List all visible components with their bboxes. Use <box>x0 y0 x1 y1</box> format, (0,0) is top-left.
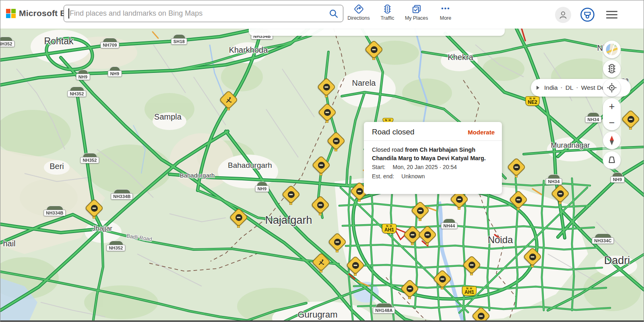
birds-eye-button[interactable] <box>603 151 621 169</box>
nav-label: My Places <box>405 15 428 21</box>
map-label-beri: Beri <box>50 162 64 171</box>
compass-button[interactable] <box>603 132 621 149</box>
road-shield-sh18: SH18 <box>171 34 187 45</box>
road-shield-nh352: NH352 <box>67 87 86 97</box>
map-label-noida: Noida <box>488 234 513 246</box>
end-label: Est. end: <box>372 173 394 180</box>
shield-arch <box>594 233 611 237</box>
search-icon <box>328 8 339 19</box>
top-navigation: Directions Traffic My Places <box>347 4 457 21</box>
road-shield-nh34: NH34 <box>546 174 562 185</box>
map-label-narela: Narela <box>352 78 376 88</box>
zoom-control: + − <box>603 98 621 130</box>
breadcrumb-separator: · <box>576 84 578 91</box>
start-label: Start: <box>372 164 385 170</box>
road-shield-nh9: NH9 <box>611 172 625 183</box>
shield-arch <box>103 38 117 42</box>
shield-arch <box>70 87 84 91</box>
microsoft-logo-icon <box>6 9 15 18</box>
nav-traffic[interactable]: Traffic <box>376 4 398 21</box>
top-header: Microsoft Bing Directions <box>0 0 644 29</box>
my-places-icon <box>411 4 422 14</box>
shield-arch <box>547 174 560 178</box>
road-shield-nh352: NH352 <box>80 153 99 163</box>
breadcrumb-separator: · <box>561 84 563 91</box>
map-label-muradnagar: Muradnagar <box>551 141 590 150</box>
popup-start-row: Start:Mon, 20 Jan 2025 · 20:54 <box>364 163 502 172</box>
map-label-khekra: Khekra <box>448 53 473 62</box>
person-icon <box>558 10 568 20</box>
road-shield-nh9: NH9 <box>255 182 269 192</box>
shield-arch <box>46 206 63 210</box>
road-shield-nh9: NH9 <box>108 66 122 77</box>
header-shadow-band <box>249 29 505 36</box>
road-shield-nh34: NH34 <box>585 112 602 123</box>
road-shield-nh352: NH352 <box>0 37 15 47</box>
breadcrumb-items: India·DL·West Delhi <box>544 84 611 91</box>
shield-arch <box>78 70 89 74</box>
popup-description: Closed road from Ch Harbhajan Singh Chan… <box>364 141 502 163</box>
description-prefix: Closed road <box>372 147 405 153</box>
nav-label: More <box>440 15 451 21</box>
search-input[interactable] <box>64 9 324 18</box>
severity-badge: Moderate <box>468 129 495 136</box>
shield-arch <box>114 189 130 193</box>
nav-label: Traffic <box>380 15 394 21</box>
road-shield-ne2: N HNE2 <box>525 96 539 106</box>
sign-in-avatar[interactable] <box>555 7 571 23</box>
incident-popup: Road closed Moderate Closed road from Ch… <box>364 122 502 194</box>
map-label-gurugram: Gurugram <box>297 310 337 320</box>
traffic-layer-button[interactable] <box>603 60 621 78</box>
road-shield-nh334c: NH334C <box>592 233 614 244</box>
shield-arch <box>587 112 599 116</box>
map-style-icon <box>605 42 619 57</box>
road-shield-nh334b: NH334B <box>111 189 133 200</box>
popup-title: Road closed <box>372 128 415 136</box>
rewards-button[interactable] <box>580 7 595 22</box>
zoom-out-button[interactable]: − <box>603 114 621 130</box>
map-label-rohtak: Rohtak <box>44 36 74 47</box>
map-style-button[interactable] <box>603 41 621 58</box>
map-label-sampla: Sampla <box>154 112 182 122</box>
road-shield-ah1: N HAH1 <box>382 224 396 233</box>
breadcrumb-item[interactable]: DL <box>566 84 574 91</box>
map-canvas[interactable]: RohtakKharkhodaKhekraNarelaSamplaBahadur… <box>0 29 644 322</box>
shield-arch <box>173 34 185 38</box>
road-shield-nh44: NH44 <box>441 219 458 229</box>
nav-my-places[interactable]: My Places <box>405 4 428 21</box>
end-value: Unknown <box>401 173 425 180</box>
shield-arch <box>443 219 455 223</box>
shield-arch <box>612 172 623 176</box>
shield-arch <box>376 303 392 307</box>
popup-end-row: Est. end:Unknown <box>364 172 502 181</box>
breadcrumb-collapse-arrow[interactable] <box>537 86 539 90</box>
shield-arch <box>83 153 97 157</box>
shield-arch <box>109 241 123 245</box>
text-caret <box>68 8 69 19</box>
birds-eye-icon <box>607 155 617 165</box>
map-label-jhajjar: Jhajjar <box>92 225 112 233</box>
shield-arch <box>109 66 120 70</box>
locate-me-button[interactable] <box>603 79 621 97</box>
traffic-light-icon <box>382 4 393 14</box>
locate-icon <box>607 83 617 93</box>
search-button[interactable] <box>324 5 343 22</box>
window-bottom-edge <box>0 320 644 322</box>
map-label-bahadurgarh: Bahadurgarh <box>228 161 272 170</box>
map-label-dadri: Dadri <box>604 254 630 267</box>
road-shield-nh709: NH709 <box>100 38 119 48</box>
nav-directions[interactable]: Directions <box>347 4 370 21</box>
breadcrumb-item[interactable]: India <box>544 84 558 91</box>
nav-more[interactable]: More <box>434 4 457 21</box>
hamburger-menu[interactable] <box>606 11 617 19</box>
road-shield-ah1: N HAH1 <box>462 286 477 296</box>
nav-label: Directions <box>347 15 370 21</box>
shield-arch <box>0 37 12 41</box>
zoom-in-button[interactable]: + <box>603 98 621 114</box>
more-dots-icon <box>440 4 451 14</box>
traffic-layer-icon <box>607 63 617 74</box>
directions-icon <box>353 4 364 14</box>
road-shield-nh334b: NH334B <box>43 206 66 216</box>
compass-icon <box>607 135 617 146</box>
shield-arch <box>257 182 268 186</box>
